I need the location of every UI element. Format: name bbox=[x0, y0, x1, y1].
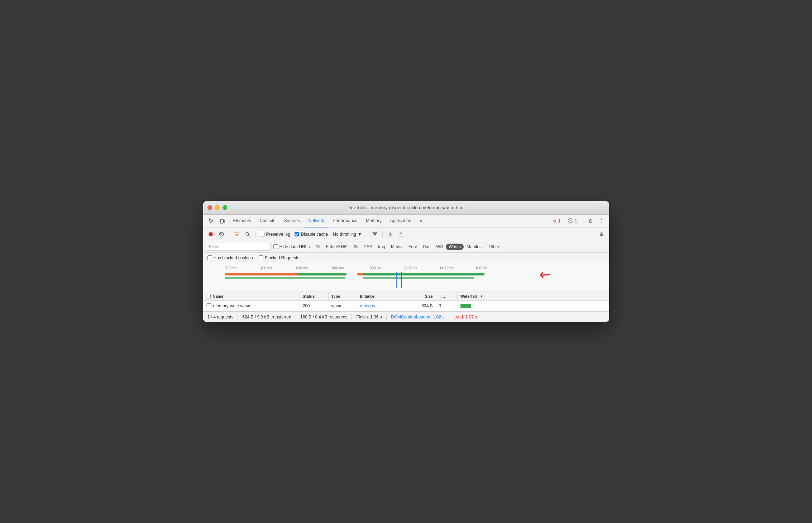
tab-more[interactable]: » bbox=[415, 215, 426, 227]
tab-console[interactable]: Console bbox=[255, 215, 280, 227]
tick-200ms: 200 ms bbox=[225, 266, 237, 270]
settings-icon-button[interactable]: ⚙ bbox=[586, 216, 596, 226]
tab-elements[interactable]: Elements bbox=[229, 215, 255, 227]
timeline-bar-green-3 bbox=[363, 277, 474, 279]
disable-cache-checkbox[interactable]: Disable cache bbox=[293, 232, 329, 237]
filter-type-buttons: All Fetch/XHR JS CSS Img Media Font Doc … bbox=[312, 244, 502, 250]
status-load: Load: 1.07 s bbox=[453, 315, 477, 320]
filter-manifest[interactable]: Manifest bbox=[464, 244, 486, 250]
record-button[interactable] bbox=[206, 230, 215, 239]
minimize-button[interactable] bbox=[215, 205, 220, 210]
export-har-button[interactable] bbox=[396, 230, 406, 239]
tick-800ms: 800 ms bbox=[332, 266, 344, 270]
tab-application[interactable]: Application bbox=[386, 215, 416, 227]
filter-js[interactable]: JS bbox=[350, 244, 360, 250]
device-toolbar-button[interactable] bbox=[218, 216, 228, 226]
td-waterfall bbox=[458, 301, 609, 311]
tab-sources[interactable]: Sources bbox=[280, 215, 304, 227]
th-size[interactable]: Size bbox=[400, 292, 436, 300]
svg-rect-1 bbox=[224, 220, 225, 222]
select-all-checkbox[interactable] bbox=[206, 294, 211, 298]
filter-other[interactable]: Other bbox=[486, 244, 502, 250]
td-status: 200 bbox=[300, 301, 329, 311]
svg-line-6 bbox=[248, 235, 250, 236]
status-requests: 1 / 4 requests bbox=[207, 315, 234, 320]
timeline-red-line bbox=[401, 272, 402, 288]
more-options-button[interactable]: ⋮ bbox=[597, 216, 606, 226]
blocked-requests-checkbox[interactable]: Blocked Requests bbox=[259, 255, 300, 260]
network-settings-button[interactable]: ⚙ bbox=[597, 230, 606, 239]
network-toolbar: Preserve log Disable cache No throttling… bbox=[203, 227, 609, 241]
filter-fetch-xhr[interactable]: Fetch/XHR bbox=[323, 244, 350, 250]
cookies-bar: Has blocked cookies Blocked Requests bbox=[203, 253, 609, 263]
svg-point-5 bbox=[246, 232, 249, 235]
status-resources: 160 B / 8.4 kB resources bbox=[300, 315, 347, 320]
tick-600ms: 600 ms bbox=[296, 266, 308, 270]
error-badge-button[interactable]: ⊗ 1 bbox=[550, 217, 563, 225]
filter-font[interactable]: Font bbox=[406, 244, 420, 250]
table-row[interactable]: memory-write.wasm 200 wasm demo-w… 624 B… bbox=[203, 301, 609, 311]
clear-button[interactable] bbox=[217, 230, 226, 239]
filter-toggle-button[interactable] bbox=[232, 230, 242, 239]
svg-rect-0 bbox=[220, 219, 223, 223]
tick-1600m: 1600 m bbox=[476, 266, 487, 270]
tab-memory[interactable]: Memory bbox=[362, 215, 386, 227]
th-initiator[interactable]: Initiator bbox=[357, 292, 400, 300]
has-blocked-cookies-checkbox[interactable]: Has blocked cookies bbox=[207, 255, 253, 260]
preserve-log-checkbox[interactable]: Preserve log bbox=[258, 232, 292, 237]
filter-css[interactable]: CSS bbox=[360, 244, 375, 250]
close-button[interactable] bbox=[207, 205, 212, 210]
tick-1400ms: 1400 ms bbox=[440, 266, 453, 270]
td-size: 624 B bbox=[400, 301, 436, 311]
table-header: Name Status Type Initiator Size T… Water… bbox=[203, 292, 609, 301]
timeline-bar-orange bbox=[225, 273, 347, 275]
tabs-bar: Elements Console Sources Network Perform… bbox=[203, 215, 609, 227]
tick-1200ms: 1200 ms bbox=[404, 266, 417, 270]
filter-media[interactable]: Media bbox=[388, 244, 406, 250]
hide-data-urls-checkbox[interactable]: Hide data URLs bbox=[273, 244, 310, 249]
filter-all[interactable]: All bbox=[312, 244, 323, 250]
tick-1000ms: 1000 ms bbox=[368, 266, 382, 270]
th-waterfall[interactable]: Waterfall ▲ bbox=[458, 292, 609, 300]
throttle-select[interactable]: No throttling ▼ bbox=[331, 231, 364, 238]
th-status[interactable]: Status bbox=[300, 292, 329, 300]
svg-line-4 bbox=[220, 233, 223, 236]
search-button[interactable] bbox=[243, 230, 252, 239]
filter-wasm[interactable]: Wasm bbox=[446, 244, 464, 250]
filter-input[interactable] bbox=[206, 243, 271, 251]
tab-performance[interactable]: Performance bbox=[329, 215, 362, 227]
traffic-lights bbox=[207, 205, 227, 210]
table-body: memory-write.wasm 200 wasm demo-w… 624 B… bbox=[203, 301, 609, 311]
filter-img[interactable]: Img bbox=[375, 244, 388, 250]
filter-doc[interactable]: Doc bbox=[420, 244, 433, 250]
window-title: DevTools - memory-inspector.glitch.me/de… bbox=[348, 205, 465, 210]
timeline-blue-line bbox=[396, 272, 397, 288]
inspect-element-button[interactable] bbox=[206, 216, 216, 226]
tab-network[interactable]: Network bbox=[304, 215, 329, 227]
maximize-button[interactable] bbox=[223, 205, 227, 210]
timeline-bar-green-2 bbox=[363, 273, 484, 275]
row-checkbox[interactable] bbox=[206, 303, 212, 308]
th-name[interactable]: Name bbox=[203, 292, 300, 300]
title-bar: DevTools - memory-inspector.glitch.me/de… bbox=[203, 201, 609, 215]
import-har-button[interactable] bbox=[386, 230, 395, 239]
svg-point-2 bbox=[209, 232, 213, 236]
filter-bar: Hide data URLs All Fetch/XHR JS CSS Img … bbox=[203, 241, 609, 253]
message-badge-button[interactable]: 💬 1 bbox=[565, 217, 580, 225]
waterfall-bar bbox=[460, 304, 471, 308]
status-finish: Finish: 1.36 s bbox=[356, 315, 382, 320]
td-initiator: demo-w… bbox=[357, 301, 400, 311]
tabs-right: ⊗ 1 💬 1 ⚙ ⋮ bbox=[550, 216, 606, 226]
td-time: 3… bbox=[436, 301, 458, 311]
th-type[interactable]: Type bbox=[329, 292, 357, 300]
status-dom-content-loaded: DOMContentLoaded: 1.02 s bbox=[391, 315, 444, 320]
status-transferred: 624 B / 9.9 kB transferred bbox=[242, 315, 291, 320]
sort-arrow: ▲ bbox=[480, 294, 483, 298]
timeline-area: 200 ms 400 ms 600 ms 800 ms 1000 ms 1200… bbox=[203, 263, 609, 292]
td-name: memory-write.wasm bbox=[203, 301, 300, 311]
wifi-icon bbox=[370, 230, 379, 239]
th-time[interactable]: T… bbox=[436, 292, 458, 300]
status-bar: 1 / 4 requests 624 B / 9.9 kB transferre… bbox=[203, 311, 609, 322]
devtools-body: Elements Console Sources Network Perform… bbox=[203, 215, 609, 322]
filter-ws[interactable]: WS bbox=[433, 244, 446, 250]
